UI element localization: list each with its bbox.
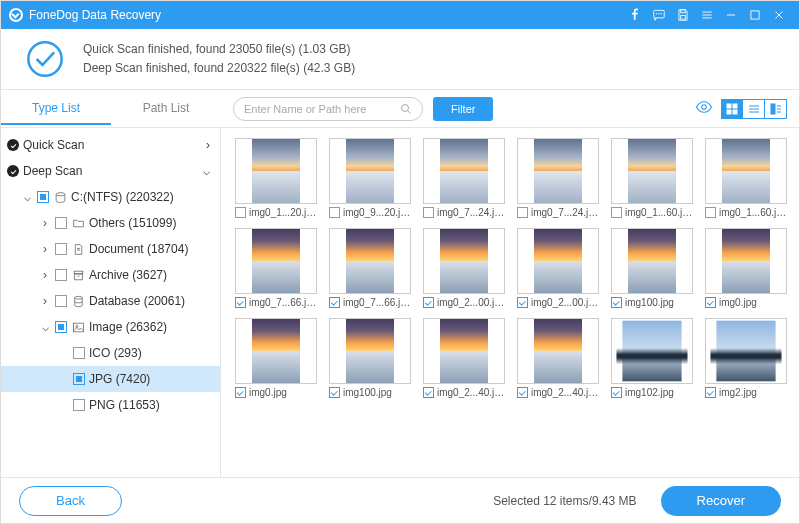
thumbnail-cell[interactable]: img100.jpg xyxy=(611,228,693,308)
thumbnail-cell[interactable]: img0_2...00.jpg xyxy=(423,228,505,308)
checkbox[interactable] xyxy=(611,207,622,218)
checkbox[interactable] xyxy=(611,387,622,398)
preview-toggle-icon[interactable] xyxy=(695,98,713,120)
thumbnail-image[interactable] xyxy=(235,318,317,384)
thumbnail-image[interactable] xyxy=(329,228,411,294)
checkbox[interactable] xyxy=(73,399,85,411)
thumbnail-cell[interactable]: img0.jpg xyxy=(235,318,317,398)
thumbnail-cell[interactable]: img0_7...66.jpg xyxy=(329,228,411,308)
checkbox[interactable] xyxy=(423,387,434,398)
filename: img0.jpg xyxy=(719,297,757,308)
checkbox[interactable] xyxy=(329,387,340,398)
sidebar-jpg[interactable]: › JPG (7420) xyxy=(1,366,220,392)
checkbox[interactable] xyxy=(37,191,49,203)
search-box[interactable] xyxy=(233,97,423,121)
checkbox[interactable] xyxy=(235,207,246,218)
sidebar-drive[interactable]: ⌵ C:(NTFS) (220322) xyxy=(1,184,220,210)
thumbnail-cell[interactable]: img0_2...40.jpg xyxy=(423,318,505,398)
tab-path-list[interactable]: Path List xyxy=(111,93,221,125)
checkbox[interactable] xyxy=(55,217,67,229)
thumbnail-image[interactable] xyxy=(611,318,693,384)
thumbnail-image[interactable] xyxy=(235,138,317,204)
checkbox[interactable] xyxy=(517,387,528,398)
thumbnail-cell[interactable]: img0_7...24.jpg xyxy=(517,138,599,218)
filename: img100.jpg xyxy=(343,387,392,398)
checkbox[interactable] xyxy=(611,297,622,308)
search-input[interactable] xyxy=(244,103,400,115)
tab-type-list[interactable]: Type List xyxy=(1,93,111,125)
thumbnail-image[interactable] xyxy=(423,318,505,384)
svg-point-14 xyxy=(402,104,409,111)
thumbnail-image[interactable] xyxy=(235,228,317,294)
thumbnail-cell[interactable]: img0_7...66.jpg xyxy=(235,228,317,308)
thumbnail-image[interactable] xyxy=(517,228,599,294)
sidebar-image[interactable]: ⌵ Image (26362) xyxy=(1,314,220,340)
thumbnail-cell[interactable]: img0_7...24.jpg xyxy=(423,138,505,218)
sidebar-document[interactable]: › Document (18704) xyxy=(1,236,220,262)
svg-rect-18 xyxy=(733,104,737,108)
checkbox[interactable] xyxy=(55,269,67,281)
thumbnail-cell[interactable]: img100.jpg xyxy=(329,318,411,398)
sidebar-ico[interactable]: › ICO (293) xyxy=(1,340,220,366)
sidebar-png[interactable]: › PNG (11653) xyxy=(1,392,220,418)
back-button[interactable]: Back xyxy=(19,486,122,516)
checkbox[interactable] xyxy=(73,373,85,385)
sidebar-quick-scan[interactable]: Quick Scan › xyxy=(1,132,220,158)
checkbox[interactable] xyxy=(705,207,716,218)
thumbnail-cell[interactable]: img0_1...60.jpg xyxy=(705,138,787,218)
close-button[interactable] xyxy=(767,1,791,29)
checkbox[interactable] xyxy=(55,321,67,333)
thumbnail-grid: img0_1...20.jpgimg0_9...20.jpgimg0_7...2… xyxy=(221,128,799,477)
checkbox[interactable] xyxy=(329,207,340,218)
checkbox[interactable] xyxy=(235,297,246,308)
feedback-icon[interactable] xyxy=(647,1,671,29)
thumbnail-cell[interactable]: img0.jpg xyxy=(705,228,787,308)
minimize-button[interactable] xyxy=(719,1,743,29)
thumbnail-cell[interactable]: img0_1...20.jpg xyxy=(235,138,317,218)
thumbnail-cell[interactable]: img2.jpg xyxy=(705,318,787,398)
view-grid-button[interactable] xyxy=(721,99,743,119)
checkbox[interactable] xyxy=(73,347,85,359)
chevron-right-icon: › xyxy=(206,138,210,152)
thumbnail-image[interactable] xyxy=(611,228,693,294)
thumbnail-image[interactable] xyxy=(517,138,599,204)
label: PNG (11653) xyxy=(89,398,210,412)
maximize-button[interactable] xyxy=(743,1,767,29)
checkbox[interactable] xyxy=(423,297,434,308)
checkbox[interactable] xyxy=(423,207,434,218)
thumbnail-cell[interactable]: img0_2...40.jpg xyxy=(517,318,599,398)
sidebar-database[interactable]: › Database (20061) xyxy=(1,288,220,314)
thumbnail-image[interactable] xyxy=(517,318,599,384)
thumbnail-image[interactable] xyxy=(329,318,411,384)
thumbnail-image[interactable] xyxy=(705,228,787,294)
thumbnail-image[interactable] xyxy=(423,228,505,294)
sidebar-others[interactable]: › Others (151099) xyxy=(1,210,220,236)
thumbnail-cell[interactable]: img0_1...60.jpg xyxy=(611,138,693,218)
thumbnail-image[interactable] xyxy=(705,318,787,384)
sidebar-deep-scan[interactable]: Deep Scan ⌵ xyxy=(1,158,220,184)
thumbnail-cell[interactable]: img0_9...20.jpg xyxy=(329,138,411,218)
checkbox[interactable] xyxy=(705,297,716,308)
checkbox[interactable] xyxy=(55,295,67,307)
filter-button[interactable]: Filter xyxy=(433,97,493,121)
list-tabs: Type List Path List xyxy=(1,93,221,125)
checkbox[interactable] xyxy=(55,243,67,255)
thumbnail-cell[interactable]: img102.jpg xyxy=(611,318,693,398)
checkbox[interactable] xyxy=(517,297,528,308)
facebook-icon[interactable] xyxy=(623,1,647,29)
checkbox[interactable] xyxy=(235,387,246,398)
thumbnail-cell[interactable]: img0_2...00.jpg xyxy=(517,228,599,308)
recover-button[interactable]: Recover xyxy=(661,486,781,516)
menu-icon[interactable] xyxy=(695,1,719,29)
checkbox[interactable] xyxy=(517,207,528,218)
view-detail-button[interactable] xyxy=(765,99,787,119)
save-icon[interactable] xyxy=(671,1,695,29)
view-list-button[interactable] xyxy=(743,99,765,119)
thumbnail-image[interactable] xyxy=(611,138,693,204)
thumbnail-image[interactable] xyxy=(423,138,505,204)
sidebar-archive[interactable]: › Archive (3627) xyxy=(1,262,220,288)
checkbox[interactable] xyxy=(329,297,340,308)
thumbnail-image[interactable] xyxy=(329,138,411,204)
checkbox[interactable] xyxy=(705,387,716,398)
thumbnail-image[interactable] xyxy=(705,138,787,204)
